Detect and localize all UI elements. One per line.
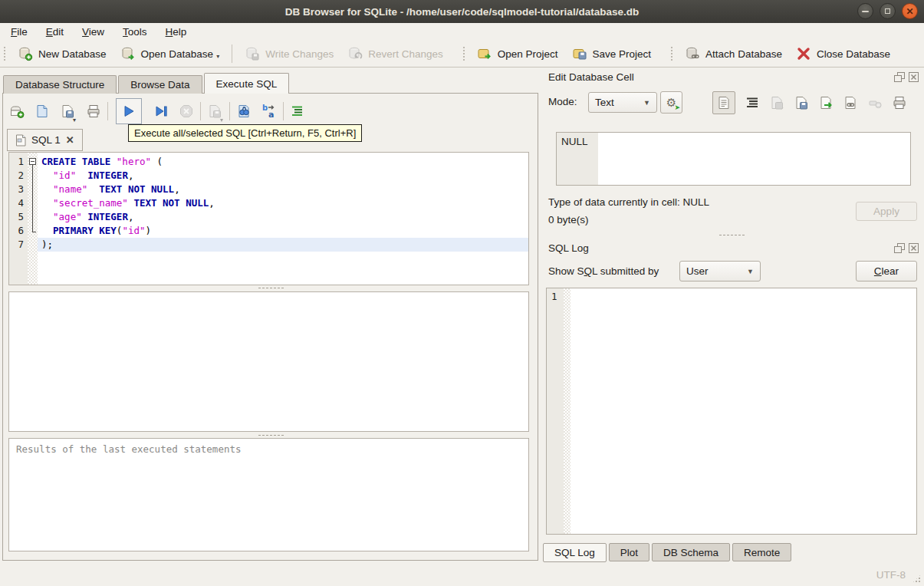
write-changes-label: Write Changes [265, 48, 334, 60]
toolbar-separator [232, 44, 232, 63]
menu-tools[interactable]: Tools [115, 25, 155, 39]
revert-changes-button: Revert Changes [340, 43, 450, 64]
toolbar-drag-handle[interactable] [462, 46, 466, 61]
dock-splitter-handle[interactable] [718, 234, 745, 236]
svg-text:b: b [262, 104, 268, 112]
new-sql-tab-icon[interactable] [9, 104, 25, 119]
window-controls: ✕ [857, 3, 918, 19]
query-secondary-pane [8, 291, 529, 432]
splitter-handle[interactable] [258, 287, 284, 289]
print-cell-icon[interactable] [892, 95, 907, 110]
mode-label: Mode: [548, 96, 577, 107]
tab-sql-log[interactable]: SQL Log [543, 543, 607, 562]
new-database-label: New Database [38, 48, 107, 60]
open-project-label: Open Project [498, 48, 558, 60]
log-filter-select[interactable]: User ▼ [679, 261, 761, 281]
minimize-button[interactable] [857, 3, 873, 19]
editor-line[interactable]: 7); [9, 238, 528, 252]
splitter-handle[interactable] [258, 434, 284, 436]
attach-database-button[interactable]: Attach Database [678, 43, 789, 64]
toolbar-drag-handle[interactable] [670, 46, 674, 61]
auto-switch-mode-button[interactable]: ⚙ ➤ [660, 91, 682, 114]
menu-bar: File Edit View Tools Help [0, 23, 924, 41]
menu-help[interactable]: Help [158, 25, 195, 39]
resize-grip[interactable] [912, 574, 922, 584]
cell-editor-toolbar [712, 91, 907, 114]
sql-log-view[interactable]: 1 [546, 288, 917, 535]
format-sql-icon[interactable] [290, 104, 305, 119]
tab-db-schema[interactable]: DB Schema [652, 543, 730, 561]
menu-view[interactable]: View [74, 25, 112, 39]
maximize-button[interactable] [880, 3, 896, 19]
editor-line[interactable]: 4 "secret_name" TEXT NOT NULL, [9, 196, 528, 210]
stop-icon [179, 104, 194, 119]
float-dock-icon[interactable] [894, 243, 905, 253]
dock-tab-bar: SQL Log Plot DB Schema Remote [543, 543, 791, 562]
execute-sql-icon [121, 104, 136, 119]
export-file-icon[interactable] [818, 95, 834, 110]
mode-select[interactable]: Text ▼ [588, 92, 657, 113]
execute-current-line-icon[interactable] [153, 104, 169, 119]
print-icon[interactable] [86, 104, 101, 119]
clear-log-button[interactable]: Clear [856, 261, 917, 281]
results-placeholder: Results of the last executed statements [9, 439, 528, 459]
editor-line[interactable]: 3 "name" TEXT NOT NULL, [9, 183, 528, 196]
find-icon[interactable] [236, 104, 252, 119]
cell-type-info: Type of data currently in cell: NULL [548, 196, 709, 208]
right-dock: Edit Database Cell Mode: Text ▼ ⚙ ➤ [539, 67, 924, 564]
replace-icon[interactable]: b a [261, 104, 277, 119]
execute-sql-button[interactable] [116, 98, 142, 124]
close-button[interactable]: ✕ [902, 3, 918, 19]
database-open-icon [120, 46, 136, 61]
cell-value-editor[interactable]: NULL [556, 132, 911, 186]
editor-line[interactable]: 1CREATE TABLE "hero" ( [9, 155, 528, 169]
new-database-button[interactable]: New Database [11, 43, 113, 64]
close-database-button[interactable]: Close Database [789, 43, 897, 64]
tab-execute-sql[interactable]: Execute SQL [204, 73, 290, 94]
sql-file-tab[interactable]: SQL 1 ✕ [7, 129, 83, 151]
edit-cell-dock-buttons [894, 72, 919, 82]
link-document-icon[interactable] [843, 95, 858, 110]
set-null-icon [867, 95, 883, 110]
toolbar-drag-handle[interactable] [3, 46, 7, 61]
open-project-button[interactable]: Open Project [470, 43, 565, 64]
save-project-label: Save Project [593, 48, 652, 60]
chevron-down-icon: ▼ [747, 268, 754, 275]
text-mode-button[interactable] [712, 91, 735, 114]
close-dock-icon[interactable] [909, 243, 919, 253]
encoding-indicator[interactable]: UTF-8 [876, 569, 906, 581]
chevron-down-icon: ▼ [643, 99, 650, 107]
fold-collapse-icon[interactable] [29, 158, 36, 165]
log-fold-margin [564, 288, 571, 534]
save-project-button[interactable]: Save Project [565, 43, 659, 64]
sql-code-editor[interactable]: 1CREATE TABLE "hero" (2 "id" INTEGER,3 "… [8, 152, 529, 285]
word-wrap-icon[interactable] [745, 95, 760, 110]
sql-document-icon [15, 134, 26, 146]
float-dock-icon[interactable] [894, 72, 905, 82]
tab-browse-data[interactable]: Browse Data [118, 75, 202, 94]
tab-remote[interactable]: Remote [732, 543, 791, 561]
title-bar: DB Browser for SQLite - /home/user/code/… [0, 0, 924, 23]
open-database-dropdown-caret[interactable]: ▾ [216, 53, 219, 61]
execute-sql-panel: ▾ ▾ [2, 93, 538, 561]
open-sql-file-icon[interactable] [35, 104, 50, 119]
sql-tab-close-icon[interactable]: ✕ [66, 134, 74, 146]
database-write-icon [245, 46, 260, 61]
save-sql-dropdown-caret[interactable]: ▾ [73, 117, 76, 125]
editor-line[interactable]: 6 PRIMARY KEY("id") [9, 224, 528, 238]
tab-plot[interactable]: Plot [609, 543, 649, 561]
menu-file[interactable]: File [3, 25, 35, 39]
editor-line[interactable]: 2 "id" INTEGER, [9, 169, 528, 183]
text-document-icon [716, 95, 732, 110]
sql-log-dock-title: SQL Log [548, 242, 589, 254]
database-new-icon [18, 46, 33, 61]
editor-line[interactable]: 5 "age" INTEGER, [9, 210, 528, 224]
open-database-button[interactable]: Open Database ▾ [113, 43, 227, 64]
tab-database-structure[interactable]: Database Structure [3, 75, 117, 94]
menu-edit[interactable]: Edit [38, 25, 71, 39]
save-file-icon[interactable] [794, 95, 809, 110]
close-dock-icon[interactable] [909, 72, 919, 82]
mode-value: Text [595, 97, 614, 108]
log-line-number: 1 [547, 288, 564, 534]
database-close-icon [796, 46, 811, 61]
